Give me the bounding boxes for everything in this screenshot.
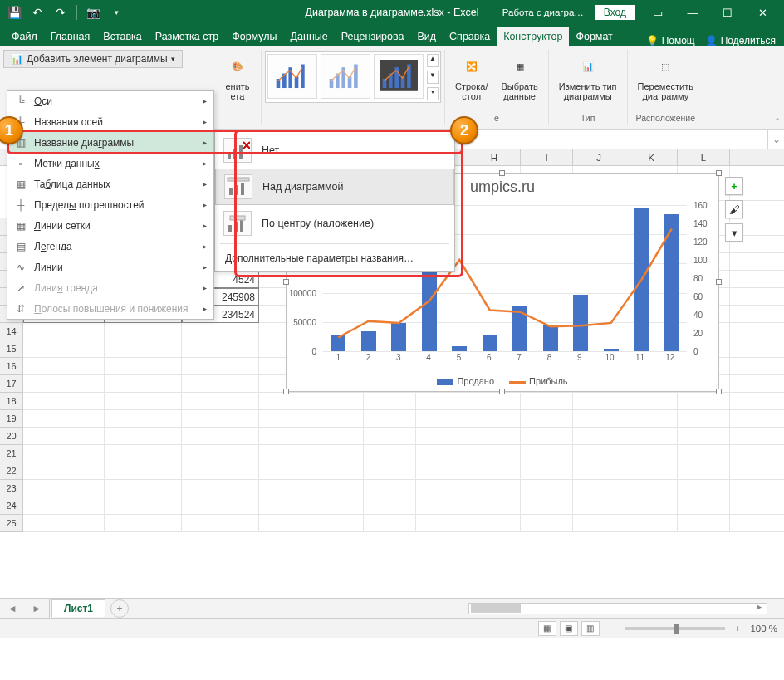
tab-formulas[interactable]: Формулы [225, 27, 283, 46]
collapse-ribbon-icon[interactable]: ˆ [776, 117, 779, 127]
page-layout-view-icon[interactable]: ▣ [560, 621, 578, 636]
menu-chart-title[interactable]: ▥Название диаграммы▸ [7, 132, 213, 153]
chart-style-3[interactable] [374, 54, 424, 99]
close-icon[interactable]: ✕ [746, 0, 779, 25]
x-axis: 123456789101112 [323, 353, 685, 366]
svg-rect-22 [229, 188, 233, 195]
row-header[interactable]: 15 [0, 340, 23, 358]
gallery-down-icon[interactable]: ▼ [427, 71, 439, 84]
switch-row-column-button[interactable]: 🔀 Строка/ стол [452, 51, 491, 103]
add-chart-element-button[interactable]: 📊 Добавить элемент диаграммы ▾ [3, 50, 183, 68]
sheet-tab-1[interactable]: Лист1 [51, 599, 105, 617]
lightbulb-icon: 💡 [646, 35, 659, 46]
svg-rect-21 [228, 178, 249, 181]
submenu-more-options[interactable]: Дополнительные параметры названия… [215, 246, 454, 271]
row-header[interactable]: 22 [0, 462, 23, 480]
menu-data-table[interactable]: ▦Таблица данных▸ [7, 174, 213, 194]
updown-icon: ⇵ [12, 303, 29, 315]
move-chart-button[interactable]: ⬚ Переместить диаграмму [635, 51, 697, 103]
chart-elements-button[interactable]: + [725, 177, 743, 195]
tab-data[interactable]: Данные [284, 27, 335, 46]
type-group: 📊 Изменить тип диаграммы Тип [549, 50, 628, 125]
tab-help[interactable]: Справка [443, 27, 497, 46]
colhdr-I[interactable]: I [521, 149, 573, 165]
menu-data-labels[interactable]: ▫Метки данных▸ [7, 153, 213, 174]
expand-formula-bar-icon[interactable]: ⌄ [767, 130, 784, 149]
zoom-slider[interactable] [625, 627, 725, 630]
data-table-icon: ▦ [12, 179, 29, 190]
colhdr-J[interactable]: J [573, 149, 625, 165]
svg-rect-16 [228, 152, 231, 159]
horizontal-scrollbar[interactable]: ◄► [468, 603, 767, 614]
sheet-nav-next-icon[interactable]: ► [32, 603, 42, 614]
chart-styles-button[interactable]: 🖌 [725, 200, 743, 218]
menu-axis-titles[interactable]: ╙Названия осей▸ [7, 111, 213, 132]
change-chart-type-button[interactable]: 📊 Изменить тип диаграммы [556, 51, 620, 103]
submenu-centered-overlay[interactable]: По центру (наложение) [215, 205, 454, 242]
minimize-icon[interactable]: — [676, 0, 709, 25]
undo-icon[interactable]: ↶ [28, 3, 47, 22]
row-header[interactable]: 14 [0, 323, 23, 340]
redo-icon[interactable]: ↷ [51, 3, 70, 22]
tab-review[interactable]: Рецензирова [335, 27, 411, 46]
colhdr-L[interactable]: L [678, 149, 730, 165]
gallery-up-icon[interactable]: ▲ [427, 54, 439, 67]
select-data-icon: ▦ [507, 53, 533, 80]
select-data-button[interactable]: ▦ Выбрать данные [497, 51, 541, 103]
menu-legend[interactable]: ▤Легенда▸ [7, 236, 213, 257]
tab-view[interactable]: Вид [410, 27, 443, 46]
menu-lines[interactable]: ∿Линии▸ [7, 257, 213, 277]
page-break-view-icon[interactable]: ▥ [581, 621, 600, 636]
colhdr-H[interactable]: H [468, 149, 521, 165]
qat-customize-icon[interactable]: ▾ [107, 3, 125, 22]
tab-page-layout[interactable]: Разметка стр [149, 27, 225, 46]
normal-view-icon[interactable]: ▦ [538, 621, 556, 636]
chart-legend[interactable]: Продано Прибыль [287, 376, 718, 386]
camera-icon[interactable]: 📷 [84, 3, 102, 22]
submenu-above-chart[interactable]: Над диаграммой [215, 169, 454, 205]
svg-rect-24 [241, 183, 244, 195]
save-icon[interactable]: 💾 [5, 3, 23, 22]
menu-axes[interactable]: ╚Оси▸ [7, 91, 213, 111]
tab-format[interactable]: Формат [569, 27, 619, 46]
row-header[interactable]: 23 [0, 480, 23, 497]
svg-rect-17 [233, 149, 237, 159]
menu-error-bars[interactable]: ┼Пределы погрешностей▸ [7, 194, 213, 215]
submenu-none[interactable]: Нет [215, 132, 454, 169]
row-header[interactable]: 19 [0, 410, 23, 428]
maximize-icon[interactable]: ☐ [711, 0, 744, 25]
tell-me[interactable]: 💡Помощ [646, 35, 695, 46]
sheet-nav-prev-icon[interactable]: ◄ [7, 603, 17, 614]
zoom-level[interactable]: 100 % [750, 624, 777, 634]
tab-insert[interactable]: Вставка [96, 27, 148, 46]
change-colors-group: 🎨 енить ета [214, 50, 262, 125]
row-header[interactable]: 16 [0, 358, 23, 375]
row-header[interactable]: 17 [0, 375, 23, 393]
switch-icon: 🔀 [458, 53, 485, 80]
row-header[interactable]: 20 [0, 428, 23, 445]
tab-home[interactable]: Главная [44, 27, 97, 46]
zoom-out-icon[interactable]: − [610, 624, 615, 634]
chart-filter-button[interactable]: ▾ [725, 223, 743, 242]
menu-gridlines[interactable]: ▦Линии сетки▸ [7, 215, 213, 236]
tab-file[interactable]: Файл [5, 27, 44, 46]
chart-style-2[interactable] [321, 54, 370, 99]
colhdr-K[interactable]: K [625, 149, 678, 165]
chevron-down-icon: ▾ [171, 55, 175, 63]
row-header[interactable]: 25 [0, 515, 23, 532]
chart-style-gallery[interactable]: ▲ ▼ ▾ [265, 51, 441, 103]
tab-design[interactable]: Конструктор [497, 27, 569, 46]
new-sheet-button[interactable]: + [110, 599, 129, 618]
share-button[interactable]: 👤Поделиться [705, 35, 776, 46]
row-header[interactable]: 18 [0, 393, 23, 410]
ribbon-options-icon[interactable]: ▭ [641, 0, 674, 25]
change-colors-button[interactable]: 🎨 енить ета [221, 51, 254, 103]
svg-rect-23 [235, 185, 238, 195]
row-header[interactable]: 24 [0, 497, 23, 515]
window-title: Диаграмма в диаграмме.xlsx - Excel [305, 7, 478, 18]
login-button[interactable]: Вход [595, 5, 635, 20]
zoom-in-icon[interactable]: + [735, 624, 741, 634]
row-header[interactable]: 21 [0, 445, 23, 462]
chart-style-1[interactable] [267, 54, 317, 99]
gallery-more-icon[interactable]: ▾ [427, 87, 439, 100]
